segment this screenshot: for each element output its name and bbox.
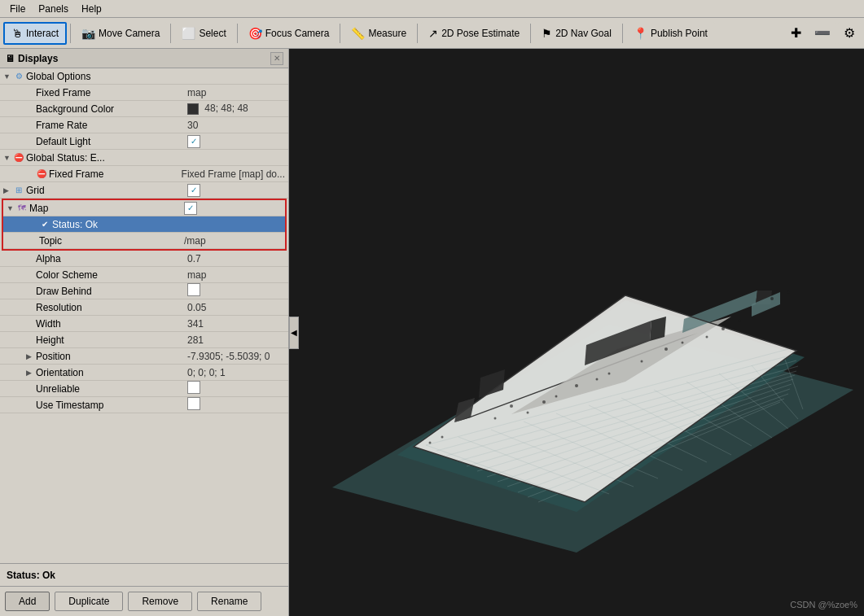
map-label: Map (29, 203, 184, 214)
viewport[interactable]: CSDN @%zoe% (289, 49, 864, 616)
status-text: Status: Ok (7, 570, 55, 581)
global-status-ff-name: Fixed Frame (49, 168, 182, 180)
rename-button[interactable]: Rename (197, 592, 261, 611)
fixed-frame-row[interactable]: Fixed Frame map (0, 85, 288, 101)
map-height-row[interactable]: Height 281 (0, 332, 288, 348)
grid-icon: ⊞ (13, 185, 24, 196)
toolbar-btn-move-camera[interactable]: 📷 Move Camera (74, 22, 167, 45)
global-status-label: Global Status: E... (26, 152, 285, 164)
svg-point-41 (641, 360, 643, 362)
default-light-row[interactable]: Default Light (0, 133, 288, 150)
map-unreliable-checkbox[interactable] (187, 381, 200, 394)
add-button[interactable]: Add (5, 592, 50, 611)
svg-point-48 (706, 335, 708, 338)
map-width-row[interactable]: Width 341 (0, 316, 288, 332)
map-alpha-name: Alpha (36, 253, 187, 264)
frame-rate-row[interactable]: Frame Rate 30 (0, 117, 288, 133)
map-checkbox[interactable] (184, 202, 197, 215)
toolbar-btn-add-view[interactable]: ✚ (785, 22, 807, 45)
publish-point-icon: 📍 (634, 27, 647, 40)
global-options-row[interactable]: ⚙ Global Options (0, 68, 288, 85)
frame-rate-name: Frame Rate (36, 120, 187, 131)
toolbar-btn-interact[interactable]: 🖱 Interact (3, 22, 67, 45)
map-draw-behind-value (187, 283, 285, 299)
bg-color-name: Background Color (36, 103, 187, 115)
map-icon: 🗺 (16, 203, 28, 214)
global-options-label: Global Options (26, 71, 285, 82)
grid-row[interactable]: ⊞ Grid (0, 182, 288, 199)
grid-value (187, 184, 285, 197)
map-unreliable-row[interactable]: Unreliable (0, 381, 288, 397)
map-status-icon: ✔ (39, 219, 50, 230)
toolbar-btn-settings[interactable]: ⚙ (838, 22, 861, 45)
svg-point-52 (441, 435, 444, 438)
toolbar-btn-remove-view[interactable]: ➖ (809, 22, 836, 45)
toolbar: 🖱 Interact 📷 Move Camera ⬜ Select 🎯 Focu… (0, 18, 864, 49)
toolbar-sep-2 (170, 24, 171, 43)
toolbar-btn-focus-camera[interactable]: 🎯 Focus Camera (241, 22, 337, 45)
toolbar-sep-5 (417, 24, 418, 43)
map-position-row[interactable]: Position -7.9305; -5.5039; 0 (0, 348, 288, 365)
2d-nav-icon: ⚑ (542, 27, 552, 40)
map-color-scheme-row[interactable]: Color Scheme map (0, 267, 288, 283)
map-resolution-value: 0.05 (187, 302, 285, 313)
map-timestamp-value (187, 397, 285, 413)
map-row[interactable]: 🗺 Map (3, 200, 285, 216)
toolbar-btn-measure[interactable]: 📏 Measure (344, 22, 414, 45)
map-color-scheme-value: map (187, 269, 285, 281)
map-alpha-value: 0.7 (187, 253, 285, 264)
menu-file[interactable]: File (3, 2, 32, 16)
displays-header: 🖥 Displays ✕ (0, 49, 288, 68)
map-timestamp-row[interactable]: Use Timestamp (0, 397, 288, 413)
toolbar-sep-7 (622, 24, 623, 43)
default-light-value (187, 135, 285, 148)
map-color-scheme-name: Color Scheme (36, 269, 187, 281)
left-panel-wrapper: 🖥 Displays ✕ ⚙ Global Options Fixed Fram… (0, 49, 289, 616)
map-orientation-row[interactable]: Orientation 0; 0; 0; 1 (0, 365, 288, 381)
panel-collapse-btn[interactable]: ◀ (289, 317, 299, 349)
default-light-checkbox[interactable] (187, 135, 200, 148)
map-draw-behind-checkbox[interactable] (187, 283, 200, 296)
map-timestamp-checkbox[interactable] (187, 397, 200, 410)
global-status-ff-row[interactable]: ⛔ Fixed Frame Fixed Frame [map] do... (0, 166, 288, 182)
toolbar-btn-select[interactable]: ⬜ Select (174, 22, 233, 45)
map-height-value: 281 (187, 334, 285, 346)
map-alpha-row[interactable]: Alpha 0.7 (0, 251, 288, 267)
map-resolution-name: Resolution (36, 302, 187, 313)
toolbar-btn-2d-pose[interactable]: ↗ 2D Pose Estimate (421, 22, 527, 45)
menu-help[interactable]: Help (75, 2, 108, 16)
map-arrow (7, 204, 16, 212)
menu-panels[interactable]: Panels (32, 2, 75, 16)
svg-point-37 (542, 400, 546, 404)
bg-color-text: 48; 48; 48 (204, 103, 248, 114)
global-status-row[interactable]: ⛔ Global Status: E... (0, 150, 288, 166)
displays-title: 🖥 Displays (5, 53, 58, 64)
duplicate-button[interactable]: Duplicate (55, 592, 123, 611)
map-width-value: 341 (187, 318, 285, 330)
svg-point-47 (510, 404, 513, 408)
toolbar-sep-6 (530, 24, 531, 43)
displays-close-btn[interactable]: ✕ (270, 52, 283, 65)
toolbar-sep-1 (70, 24, 71, 43)
map-status-label: Status: Ok (52, 219, 282, 230)
map-topic-value: /map (184, 235, 282, 247)
select-icon: ⬜ (182, 27, 195, 40)
toolbar-btn-publish-point[interactable]: 📍 Publish Point (626, 22, 715, 45)
displays-title-text: Displays (18, 53, 58, 64)
map-resolution-row[interactable]: Resolution 0.05 (0, 299, 288, 316)
watermark: CSDN @%zoe% (790, 600, 857, 609)
map-topic-row[interactable]: Topic /map (3, 233, 285, 249)
svg-point-53 (739, 319, 741, 321)
map-orientation-value: 0; 0; 0; 1 (187, 367, 285, 378)
focus-camera-label: Focus Camera (265, 28, 330, 39)
toolbar-btn-2d-nav[interactable]: ⚑ 2D Nav Goal (534, 22, 619, 45)
grid-checkbox[interactable] (187, 184, 200, 197)
map-draw-behind-row[interactable]: Draw Behind (0, 283, 288, 299)
background-color-row[interactable]: Background Color 48; 48; 48 (0, 101, 288, 117)
move-camera-icon: 📷 (81, 27, 95, 40)
remove-button[interactable]: Remove (128, 592, 192, 611)
map-timestamp-name: Use Timestamp (36, 400, 187, 411)
map-status-row[interactable]: ✔ Status: Ok (3, 216, 285, 233)
svg-point-54 (596, 378, 599, 380)
default-light-name: Default Light (36, 136, 187, 147)
